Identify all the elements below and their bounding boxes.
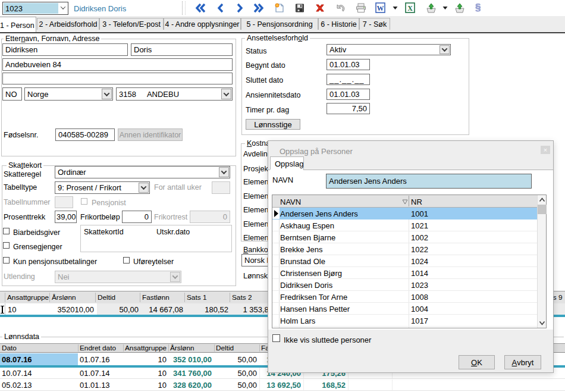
svg-text:X: X <box>407 4 413 12</box>
svg-text:W: W <box>377 4 384 12</box>
